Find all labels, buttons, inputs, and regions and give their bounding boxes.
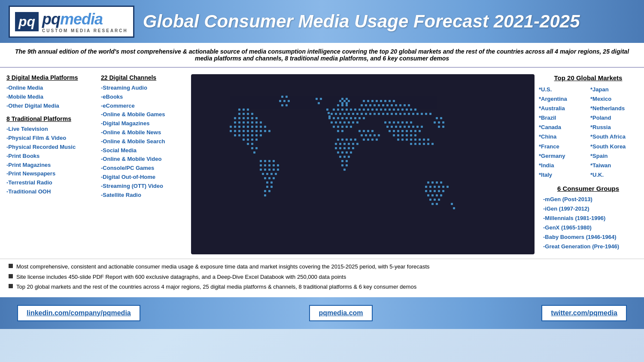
svg-rect-87 (270, 186, 273, 188)
svg-rect-127 (346, 126, 348, 128)
svg-rect-250 (406, 134, 408, 136)
svg-rect-185 (371, 130, 374, 132)
svg-rect-52 (251, 143, 253, 145)
svg-rect-60 (251, 147, 253, 149)
twitter-link[interactable]: twitter.com/pqmedia (541, 305, 627, 321)
svg-rect-291 (436, 194, 438, 196)
logo: pq pqmedia CUSTOM MEDIA RESEARCH (9, 6, 134, 38)
consumer-item: -GenX (1965-1980) (539, 223, 638, 232)
svg-rect-209 (348, 147, 350, 149)
svg-rect-301 (346, 98, 348, 100)
svg-rect-95 (337, 109, 339, 111)
traditional-platforms-title: 8 Traditional Platforms (6, 115, 97, 122)
svg-rect-68 (264, 164, 266, 166)
svg-rect-20 (260, 121, 262, 124)
svg-rect-58 (281, 104, 283, 106)
market-item: *Netherlands (590, 104, 638, 113)
linkedin-link[interactable]: linkedin.com/company/pqmedia (17, 305, 140, 321)
market-item: *Canada (539, 123, 586, 132)
subtitle-text: The 9th annual edition of the world's mo… (15, 48, 629, 62)
digital-platforms-list: -Online Media -Mobile Media -Other Digit… (6, 84, 97, 110)
list-item: -Online & Mobile News (101, 128, 187, 137)
svg-rect-194 (376, 139, 378, 141)
header: pq pqmedia CUSTOM MEDIA RESEARCH Global … (0, 0, 644, 43)
logo-text: pqmedia CUSTOM MEDIA RESEARCH (42, 10, 128, 33)
svg-rect-211 (337, 151, 339, 154)
svg-rect-179 (421, 113, 423, 115)
svg-rect-278 (425, 186, 427, 188)
svg-rect-177 (412, 113, 414, 115)
svg-rect-254 (401, 139, 404, 141)
svg-rect-288 (442, 190, 444, 192)
svg-rect-129 (337, 130, 339, 132)
svg-rect-188 (369, 134, 371, 136)
svg-rect-141 (369, 104, 371, 106)
svg-rect-97 (346, 109, 348, 111)
svg-rect-78 (266, 173, 268, 175)
consumer-item: -Great Generation (Pre-1946) (539, 242, 638, 251)
svg-rect-114 (354, 117, 356, 119)
svg-rect-263 (419, 143, 421, 145)
bullet-icon (9, 264, 13, 268)
svg-rect-311 (328, 112, 330, 114)
svg-rect-50 (255, 139, 258, 141)
page-title: Global Consumer Media Usage Forecast 202… (143, 11, 635, 32)
svg-rect-182 (358, 130, 361, 132)
list-item: -Social Media (101, 146, 187, 155)
market-item: *Poland (590, 113, 638, 123)
svg-rect-7 (251, 113, 253, 115)
svg-rect-198 (350, 139, 352, 141)
svg-rect-262 (414, 143, 416, 145)
svg-rect-214 (350, 151, 352, 154)
list-item: -Print Newspapers (6, 169, 97, 178)
market-item: *South Africa (590, 132, 638, 142)
svg-rect-195 (337, 139, 339, 141)
svg-rect-5 (243, 113, 245, 115)
svg-rect-130 (341, 130, 343, 132)
svg-rect-19 (255, 121, 258, 124)
svg-rect-224 (389, 121, 391, 124)
svg-rect-222 (343, 169, 346, 171)
svg-rect-85 (270, 181, 273, 184)
market-item: *Argentina (539, 94, 586, 104)
svg-rect-71 (277, 164, 279, 166)
svg-rect-184 (367, 130, 369, 132)
list-item: -Mobile Media (6, 93, 97, 102)
svg-rect-23 (238, 126, 240, 128)
svg-rect-292 (440, 194, 442, 196)
svg-rect-112 (346, 117, 348, 119)
market-item: *U.K. (590, 170, 638, 180)
svg-rect-236 (412, 126, 414, 128)
svg-rect-75 (273, 169, 275, 171)
list-item: -Online & Mobile Video (101, 155, 187, 164)
svg-rect-218 (341, 160, 343, 162)
svg-rect-170 (382, 113, 384, 115)
svg-rect-103 (343, 113, 346, 115)
svg-rect-12 (251, 117, 253, 119)
bullet-item-2: Site license includes 450-slide PDF Repo… (9, 273, 635, 281)
svg-rect-221 (346, 164, 348, 166)
traditional-platforms-list: -Live Television -Physical Film & Video … (6, 125, 97, 196)
svg-rect-196 (341, 139, 343, 141)
website-link[interactable]: pqmedia.com (309, 305, 372, 321)
svg-rect-155 (376, 109, 378, 111)
svg-rect-158 (389, 109, 391, 111)
svg-rect-227 (401, 121, 404, 124)
svg-rect-69 (268, 164, 270, 166)
svg-rect-228 (406, 121, 408, 124)
list-item: -Print Books (6, 152, 97, 161)
svg-rect-134 (376, 100, 378, 102)
svg-rect-1 (238, 109, 240, 111)
svg-rect-88 (264, 190, 266, 192)
svg-rect-297 (436, 203, 438, 205)
svg-rect-84 (266, 181, 268, 184)
svg-rect-131 (363, 100, 365, 102)
svg-rect-174 (399, 113, 401, 115)
svg-rect-199 (354, 139, 356, 141)
svg-rect-202 (343, 143, 346, 145)
svg-rect-213 (346, 151, 348, 154)
svg-rect-123 (356, 121, 358, 124)
svg-rect-216 (343, 156, 346, 158)
svg-rect-282 (442, 186, 444, 188)
svg-rect-14 (234, 121, 236, 124)
